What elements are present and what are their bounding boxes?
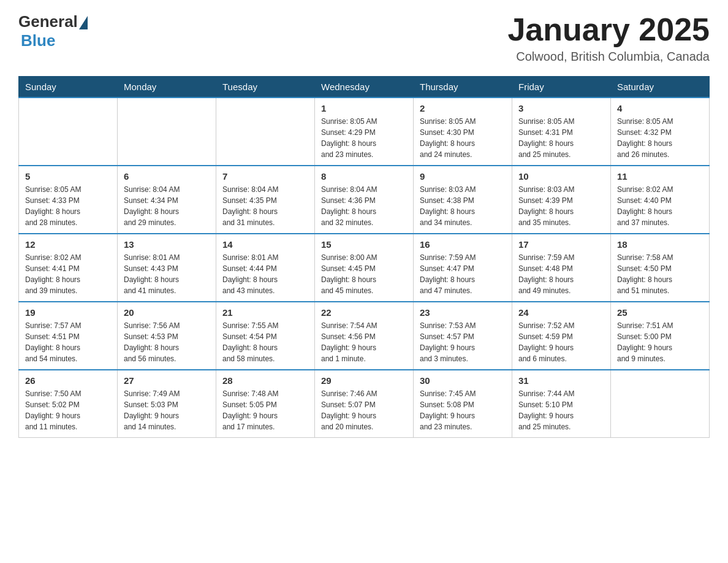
page-subtitle: Colwood, British Columbia, Canada: [507, 50, 710, 64]
table-row: 15Sunrise: 8:00 AM Sunset: 4:45 PM Dayli…: [315, 234, 414, 302]
day-info: Sunrise: 7:55 AM Sunset: 4:54 PM Dayligh…: [222, 320, 308, 364]
day-info: Sunrise: 7:48 AM Sunset: 5:05 PM Dayligh…: [222, 388, 308, 432]
day-number: 4: [617, 103, 703, 113]
col-saturday: Saturday: [611, 77, 710, 98]
table-row: 18Sunrise: 7:58 AM Sunset: 4:50 PM Dayli…: [611, 234, 710, 302]
day-info: Sunrise: 8:03 AM Sunset: 4:38 PM Dayligh…: [420, 184, 506, 228]
day-number: 30: [420, 375, 506, 386]
col-monday: Monday: [118, 77, 216, 98]
day-info: Sunrise: 8:02 AM Sunset: 4:41 PM Dayligh…: [25, 252, 111, 296]
day-number: 13: [124, 239, 210, 250]
table-row: 2Sunrise: 8:05 AM Sunset: 4:30 PM Daylig…: [414, 98, 512, 166]
page-title: January 2025: [507, 12, 710, 47]
table-row: 20Sunrise: 7:56 AM Sunset: 4:53 PM Dayli…: [118, 302, 216, 370]
logo: General Blue: [18, 12, 88, 50]
day-info: Sunrise: 7:58 AM Sunset: 4:50 PM Dayligh…: [617, 252, 703, 296]
table-row: 5Sunrise: 8:05 AM Sunset: 4:33 PM Daylig…: [19, 166, 118, 234]
day-number: 10: [518, 171, 604, 182]
calendar-week-row: 5Sunrise: 8:05 AM Sunset: 4:33 PM Daylig…: [19, 166, 710, 234]
table-row: [118, 98, 216, 166]
day-number: 29: [321, 375, 407, 386]
calendar-header-row: Sunday Monday Tuesday Wednesday Thursday…: [19, 77, 710, 98]
day-info: Sunrise: 7:51 AM Sunset: 5:00 PM Dayligh…: [617, 320, 703, 364]
table-row: 3Sunrise: 8:05 AM Sunset: 4:31 PM Daylig…: [512, 98, 611, 166]
day-number: 18: [617, 239, 703, 250]
table-row: 25Sunrise: 7:51 AM Sunset: 5:00 PM Dayli…: [611, 302, 710, 370]
table-row: 16Sunrise: 7:59 AM Sunset: 4:47 PM Dayli…: [414, 234, 512, 302]
day-info: Sunrise: 7:46 AM Sunset: 5:07 PM Dayligh…: [321, 388, 407, 432]
day-number: 11: [617, 171, 703, 182]
col-sunday: Sunday: [19, 77, 118, 98]
day-info: Sunrise: 7:57 AM Sunset: 4:51 PM Dayligh…: [25, 320, 111, 364]
day-number: 3: [518, 103, 604, 113]
day-info: Sunrise: 7:50 AM Sunset: 5:02 PM Dayligh…: [25, 388, 111, 432]
table-row: 27Sunrise: 7:49 AM Sunset: 5:03 PM Dayli…: [118, 370, 216, 438]
table-row: 19Sunrise: 7:57 AM Sunset: 4:51 PM Dayli…: [19, 302, 118, 370]
col-wednesday: Wednesday: [315, 77, 414, 98]
table-row: 22Sunrise: 7:54 AM Sunset: 4:56 PM Dayli…: [315, 302, 414, 370]
day-number: 17: [518, 239, 604, 250]
day-number: 28: [222, 375, 308, 386]
day-info: Sunrise: 8:04 AM Sunset: 4:36 PM Dayligh…: [321, 184, 407, 228]
table-row: 26Sunrise: 7:50 AM Sunset: 5:02 PM Dayli…: [19, 370, 118, 438]
day-number: 21: [222, 307, 308, 318]
day-number: 14: [222, 239, 308, 250]
col-thursday: Thursday: [414, 77, 512, 98]
table-row: 4Sunrise: 8:05 AM Sunset: 4:32 PM Daylig…: [611, 98, 710, 166]
calendar-table: Sunday Monday Tuesday Wednesday Thursday…: [18, 76, 710, 438]
day-info: Sunrise: 7:59 AM Sunset: 4:48 PM Dayligh…: [518, 252, 604, 296]
day-info: Sunrise: 7:53 AM Sunset: 4:57 PM Dayligh…: [420, 320, 506, 364]
day-info: Sunrise: 8:05 AM Sunset: 4:33 PM Dayligh…: [25, 184, 111, 228]
day-number: 7: [222, 171, 308, 182]
table-row: 21Sunrise: 7:55 AM Sunset: 4:54 PM Dayli…: [216, 302, 315, 370]
day-number: 26: [25, 375, 111, 386]
logo-triangle-icon: [79, 16, 88, 29]
day-info: Sunrise: 8:04 AM Sunset: 4:34 PM Dayligh…: [124, 184, 210, 228]
day-info: Sunrise: 8:05 AM Sunset: 4:29 PM Dayligh…: [321, 116, 407, 160]
table-row: 13Sunrise: 8:01 AM Sunset: 4:43 PM Dayli…: [118, 234, 216, 302]
day-number: 8: [321, 171, 407, 182]
day-info: Sunrise: 7:45 AM Sunset: 5:08 PM Dayligh…: [420, 388, 506, 432]
table-row: 7Sunrise: 8:04 AM Sunset: 4:35 PM Daylig…: [216, 166, 315, 234]
day-info: Sunrise: 8:05 AM Sunset: 4:30 PM Dayligh…: [420, 116, 506, 160]
table-row: 11Sunrise: 8:02 AM Sunset: 4:40 PM Dayli…: [611, 166, 710, 234]
day-info: Sunrise: 7:54 AM Sunset: 4:56 PM Dayligh…: [321, 320, 407, 364]
calendar-week-row: 12Sunrise: 8:02 AM Sunset: 4:41 PM Dayli…: [19, 234, 710, 302]
calendar-week-row: 1Sunrise: 8:05 AM Sunset: 4:29 PM Daylig…: [19, 98, 710, 166]
day-number: 27: [124, 375, 210, 386]
day-info: Sunrise: 7:56 AM Sunset: 4:53 PM Dayligh…: [124, 320, 210, 364]
day-number: 12: [25, 239, 111, 250]
table-row: [216, 98, 315, 166]
table-row: 30Sunrise: 7:45 AM Sunset: 5:08 PM Dayli…: [414, 370, 512, 438]
table-row: 14Sunrise: 8:01 AM Sunset: 4:44 PM Dayli…: [216, 234, 315, 302]
table-row: 6Sunrise: 8:04 AM Sunset: 4:34 PM Daylig…: [118, 166, 216, 234]
day-info: Sunrise: 8:01 AM Sunset: 4:43 PM Dayligh…: [124, 252, 210, 296]
day-number: 23: [420, 307, 506, 318]
table-row: 12Sunrise: 8:02 AM Sunset: 4:41 PM Dayli…: [19, 234, 118, 302]
day-info: Sunrise: 7:59 AM Sunset: 4:47 PM Dayligh…: [420, 252, 506, 296]
day-number: 2: [420, 103, 506, 113]
table-row: [611, 370, 710, 438]
table-row: 29Sunrise: 7:46 AM Sunset: 5:07 PM Dayli…: [315, 370, 414, 438]
day-info: Sunrise: 8:05 AM Sunset: 4:31 PM Dayligh…: [518, 116, 604, 160]
logo-blue-text: Blue: [21, 31, 55, 50]
page-header: General Blue January 2025 Colwood, Briti…: [18, 12, 710, 64]
day-number: 20: [124, 307, 210, 318]
day-number: 25: [617, 307, 703, 318]
calendar-week-row: 19Sunrise: 7:57 AM Sunset: 4:51 PM Dayli…: [19, 302, 710, 370]
day-info: Sunrise: 7:44 AM Sunset: 5:10 PM Dayligh…: [518, 388, 604, 432]
day-info: Sunrise: 8:00 AM Sunset: 4:45 PM Dayligh…: [321, 252, 407, 296]
day-number: 6: [124, 171, 210, 182]
day-info: Sunrise: 8:02 AM Sunset: 4:40 PM Dayligh…: [617, 184, 703, 228]
day-info: Sunrise: 7:52 AM Sunset: 4:59 PM Dayligh…: [518, 320, 604, 364]
table-row: 28Sunrise: 7:48 AM Sunset: 5:05 PM Dayli…: [216, 370, 315, 438]
day-number: 31: [518, 375, 604, 386]
day-number: 24: [518, 307, 604, 318]
title-block: January 2025 Colwood, British Columbia, …: [507, 12, 710, 64]
day-number: 1: [321, 103, 407, 113]
day-number: 15: [321, 239, 407, 250]
day-info: Sunrise: 8:01 AM Sunset: 4:44 PM Dayligh…: [222, 252, 308, 296]
table-row: 1Sunrise: 8:05 AM Sunset: 4:29 PM Daylig…: [315, 98, 414, 166]
day-number: 22: [321, 307, 407, 318]
calendar-week-row: 26Sunrise: 7:50 AM Sunset: 5:02 PM Dayli…: [19, 370, 710, 438]
